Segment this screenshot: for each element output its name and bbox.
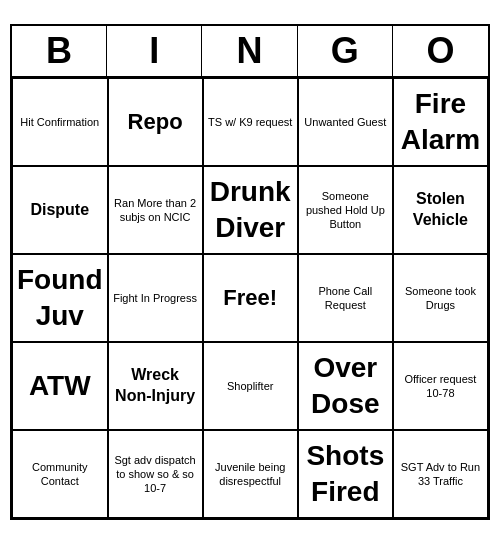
bingo-cell-9: Stolen Vehicle (393, 166, 488, 254)
bingo-letter-o: O (393, 26, 488, 76)
bingo-letter-i: I (107, 26, 202, 76)
bingo-letter-b: B (12, 26, 107, 76)
bingo-cell-13: Phone Call Request (298, 254, 393, 342)
bingo-cell-20: Community Contact (12, 430, 108, 518)
bingo-cell-2: TS w/ K9 request (203, 78, 298, 166)
bingo-cell-23: Shots Fired (298, 430, 393, 518)
bingo-cell-11: Fight In Progress (108, 254, 203, 342)
bingo-cell-19: Officer request 10-78 (393, 342, 488, 430)
bingo-letter-g: G (298, 26, 393, 76)
bingo-header: BINGO (12, 26, 488, 78)
bingo-cell-0: Hit Confirmation (12, 78, 108, 166)
bingo-cell-17: Shoplifter (203, 342, 298, 430)
bingo-cell-16: Wreck Non-Injury (108, 342, 203, 430)
bingo-grid: Hit ConfirmationRepoTS w/ K9 requestUnwa… (12, 78, 488, 518)
bingo-cell-5: Dispute (12, 166, 108, 254)
bingo-cell-15: ATW (12, 342, 108, 430)
bingo-card: BINGO Hit ConfirmationRepoTS w/ K9 reque… (10, 24, 490, 520)
bingo-cell-24: SGT Adv to Run 33 Traffic (393, 430, 488, 518)
bingo-letter-n: N (202, 26, 297, 76)
bingo-cell-22: Juvenile being disrespectful (203, 430, 298, 518)
bingo-cell-12: Free! (203, 254, 298, 342)
bingo-cell-8: Someone pushed Hold Up Button (298, 166, 393, 254)
bingo-cell-1: Repo (108, 78, 203, 166)
bingo-cell-6: Ran More than 2 subjs on NCIC (108, 166, 203, 254)
bingo-cell-10: Found Juv (12, 254, 108, 342)
bingo-cell-21: Sgt adv dispatch to show so & so 10-7 (108, 430, 203, 518)
bingo-cell-4: Fire Alarm (393, 78, 488, 166)
bingo-cell-18: Over Dose (298, 342, 393, 430)
bingo-cell-7: Drunk Diver (203, 166, 298, 254)
bingo-cell-14: Someone took Drugs (393, 254, 488, 342)
bingo-cell-3: Unwanted Guest (298, 78, 393, 166)
